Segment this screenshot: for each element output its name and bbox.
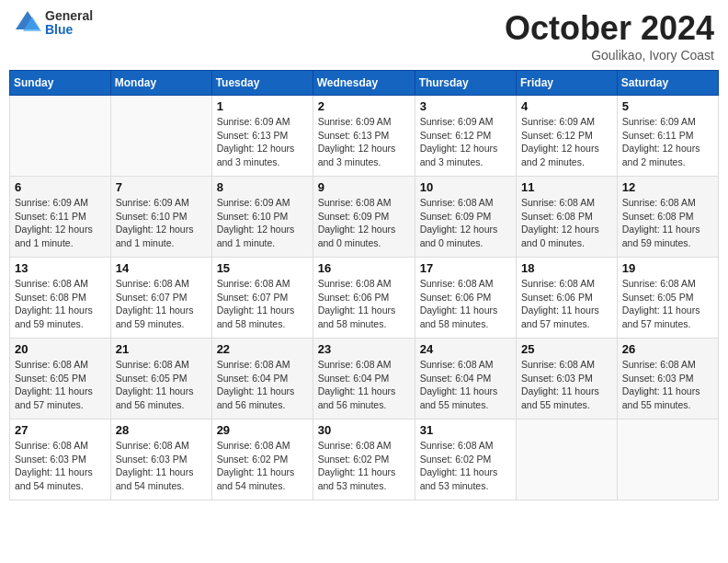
day-number: 5 bbox=[622, 99, 713, 113]
weekday-header-monday: Monday bbox=[110, 71, 211, 96]
day-number: 6 bbox=[15, 180, 106, 194]
calendar-cell: 13Sunrise: 6:08 AM Sunset: 6:08 PM Dayli… bbox=[10, 258, 111, 339]
logo-text: General Blue bbox=[45, 9, 93, 38]
title-block: October 2024 Goulikao, Ivory Coast bbox=[505, 9, 714, 63]
calendar-cell bbox=[617, 419, 718, 500]
day-number: 1 bbox=[217, 99, 308, 113]
day-number: 23 bbox=[318, 342, 410, 356]
calendar-cell: 3Sunrise: 6:09 AM Sunset: 6:12 PM Daylig… bbox=[415, 96, 516, 177]
weekday-header-row: SundayMondayTuesdayWednesdayThursdayFrid… bbox=[10, 71, 719, 96]
calendar-cell: 6Sunrise: 6:09 AM Sunset: 6:11 PM Daylig… bbox=[10, 177, 111, 258]
location: Goulikao, Ivory Coast bbox=[505, 48, 714, 63]
day-number: 29 bbox=[217, 423, 308, 437]
calendar-cell: 10Sunrise: 6:08 AM Sunset: 6:09 PM Dayli… bbox=[415, 177, 516, 258]
calendar-cell: 1Sunrise: 6:09 AM Sunset: 6:13 PM Daylig… bbox=[211, 96, 313, 177]
day-number: 2 bbox=[318, 99, 410, 113]
calendar-week-2: 6Sunrise: 6:09 AM Sunset: 6:11 PM Daylig… bbox=[10, 177, 719, 258]
calendar-cell: 7Sunrise: 6:09 AM Sunset: 6:10 PM Daylig… bbox=[110, 177, 211, 258]
day-number: 22 bbox=[217, 342, 308, 356]
logo-blue: Blue bbox=[45, 23, 93, 37]
cell-info: Sunrise: 6:08 AM Sunset: 6:06 PM Dayligh… bbox=[318, 277, 410, 331]
weekday-header-thursday: Thursday bbox=[415, 71, 516, 96]
cell-info: Sunrise: 6:09 AM Sunset: 6:13 PM Dayligh… bbox=[217, 115, 308, 169]
calendar-cell: 12Sunrise: 6:08 AM Sunset: 6:08 PM Dayli… bbox=[617, 177, 718, 258]
day-number: 10 bbox=[420, 180, 511, 194]
day-number: 3 bbox=[420, 99, 511, 113]
cell-info: Sunrise: 6:08 AM Sunset: 6:04 PM Dayligh… bbox=[217, 358, 308, 412]
calendar-cell bbox=[110, 96, 211, 177]
cell-info: Sunrise: 6:08 AM Sunset: 6:03 PM Dayligh… bbox=[622, 358, 713, 412]
cell-info: Sunrise: 6:08 AM Sunset: 6:05 PM Dayligh… bbox=[116, 358, 207, 412]
day-number: 14 bbox=[116, 261, 207, 275]
cell-info: Sunrise: 6:08 AM Sunset: 6:07 PM Dayligh… bbox=[217, 277, 308, 331]
cell-info: Sunrise: 6:08 AM Sunset: 6:04 PM Dayligh… bbox=[318, 358, 410, 412]
cell-info: Sunrise: 6:09 AM Sunset: 6:10 PM Dayligh… bbox=[217, 196, 308, 250]
cell-info: Sunrise: 6:08 AM Sunset: 6:07 PM Dayligh… bbox=[116, 277, 207, 331]
calendar-cell: 17Sunrise: 6:08 AM Sunset: 6:06 PM Dayli… bbox=[415, 258, 516, 339]
day-number: 20 bbox=[15, 342, 106, 356]
calendar-cell: 5Sunrise: 6:09 AM Sunset: 6:11 PM Daylig… bbox=[617, 96, 718, 177]
day-number: 18 bbox=[521, 261, 612, 275]
calendar-cell: 28Sunrise: 6:08 AM Sunset: 6:03 PM Dayli… bbox=[110, 419, 211, 500]
cell-info: Sunrise: 6:09 AM Sunset: 6:13 PM Dayligh… bbox=[318, 115, 410, 169]
calendar-cell: 18Sunrise: 6:08 AM Sunset: 6:06 PM Dayli… bbox=[517, 258, 618, 339]
day-number: 25 bbox=[521, 342, 612, 356]
day-number: 12 bbox=[622, 180, 713, 194]
calendar-cell: 9Sunrise: 6:08 AM Sunset: 6:09 PM Daylig… bbox=[313, 177, 415, 258]
month-title: October 2024 bbox=[505, 9, 714, 48]
calendar-cell: 22Sunrise: 6:08 AM Sunset: 6:04 PM Dayli… bbox=[211, 339, 313, 419]
calendar-cell: 16Sunrise: 6:08 AM Sunset: 6:06 PM Dayli… bbox=[313, 258, 415, 339]
calendar-cell: 29Sunrise: 6:08 AM Sunset: 6:02 PM Dayli… bbox=[211, 419, 313, 500]
cell-info: Sunrise: 6:08 AM Sunset: 6:09 PM Dayligh… bbox=[420, 196, 511, 250]
cell-info: Sunrise: 6:09 AM Sunset: 6:11 PM Dayligh… bbox=[15, 196, 106, 250]
cell-info: Sunrise: 6:08 AM Sunset: 6:02 PM Dayligh… bbox=[420, 439, 511, 493]
weekday-header-tuesday: Tuesday bbox=[211, 71, 313, 96]
day-number: 24 bbox=[420, 342, 511, 356]
day-number: 21 bbox=[116, 342, 207, 356]
cell-info: Sunrise: 6:08 AM Sunset: 6:06 PM Dayligh… bbox=[420, 277, 511, 331]
day-number: 8 bbox=[217, 180, 308, 194]
cell-info: Sunrise: 6:08 AM Sunset: 6:08 PM Dayligh… bbox=[622, 196, 713, 250]
calendar-table: SundayMondayTuesdayWednesdayThursdayFrid… bbox=[9, 70, 719, 500]
day-number: 13 bbox=[15, 261, 106, 275]
day-number: 26 bbox=[622, 342, 713, 356]
cell-info: Sunrise: 6:08 AM Sunset: 6:02 PM Dayligh… bbox=[217, 439, 308, 493]
calendar-cell: 2Sunrise: 6:09 AM Sunset: 6:13 PM Daylig… bbox=[313, 96, 415, 177]
calendar-cell: 20Sunrise: 6:08 AM Sunset: 6:05 PM Dayli… bbox=[10, 339, 111, 419]
cell-info: Sunrise: 6:09 AM Sunset: 6:12 PM Dayligh… bbox=[521, 115, 612, 169]
cell-info: Sunrise: 6:08 AM Sunset: 6:05 PM Dayligh… bbox=[622, 277, 713, 331]
day-number: 31 bbox=[420, 423, 511, 437]
logo: General Blue bbox=[14, 9, 93, 38]
day-number: 16 bbox=[318, 261, 410, 275]
day-number: 19 bbox=[622, 261, 713, 275]
weekday-header-saturday: Saturday bbox=[617, 71, 718, 96]
cell-info: Sunrise: 6:08 AM Sunset: 6:03 PM Dayligh… bbox=[521, 358, 612, 412]
day-number: 9 bbox=[318, 180, 410, 194]
weekday-header-sunday: Sunday bbox=[10, 71, 111, 96]
calendar-week-5: 27Sunrise: 6:08 AM Sunset: 6:03 PM Dayli… bbox=[10, 419, 719, 500]
weekday-header-wednesday: Wednesday bbox=[313, 71, 415, 96]
calendar-cell: 19Sunrise: 6:08 AM Sunset: 6:05 PM Dayli… bbox=[617, 258, 718, 339]
calendar-cell: 24Sunrise: 6:08 AM Sunset: 6:04 PM Dayli… bbox=[415, 339, 516, 419]
day-number: 17 bbox=[420, 261, 511, 275]
cell-info: Sunrise: 6:08 AM Sunset: 6:09 PM Dayligh… bbox=[318, 196, 410, 250]
cell-info: Sunrise: 6:08 AM Sunset: 6:03 PM Dayligh… bbox=[116, 439, 207, 493]
calendar-week-3: 13Sunrise: 6:08 AM Sunset: 6:08 PM Dayli… bbox=[10, 258, 719, 339]
weekday-header-friday: Friday bbox=[517, 71, 618, 96]
cell-info: Sunrise: 6:09 AM Sunset: 6:11 PM Dayligh… bbox=[622, 115, 713, 169]
day-number: 30 bbox=[318, 423, 410, 437]
cell-info: Sunrise: 6:08 AM Sunset: 6:08 PM Dayligh… bbox=[521, 196, 612, 250]
calendar-cell: 21Sunrise: 6:08 AM Sunset: 6:05 PM Dayli… bbox=[110, 339, 211, 419]
calendar-cell: 25Sunrise: 6:08 AM Sunset: 6:03 PM Dayli… bbox=[517, 339, 618, 419]
calendar-cell: 11Sunrise: 6:08 AM Sunset: 6:08 PM Dayli… bbox=[517, 177, 618, 258]
calendar-cell bbox=[10, 96, 111, 177]
calendar-week-1: 1Sunrise: 6:09 AM Sunset: 6:13 PM Daylig… bbox=[10, 96, 719, 177]
cell-info: Sunrise: 6:08 AM Sunset: 6:04 PM Dayligh… bbox=[420, 358, 511, 412]
logo-general: General bbox=[45, 9, 93, 23]
cell-info: Sunrise: 6:09 AM Sunset: 6:12 PM Dayligh… bbox=[420, 115, 511, 169]
cell-info: Sunrise: 6:08 AM Sunset: 6:03 PM Dayligh… bbox=[15, 439, 106, 493]
calendar-cell: 8Sunrise: 6:09 AM Sunset: 6:10 PM Daylig… bbox=[211, 177, 313, 258]
calendar-cell: 23Sunrise: 6:08 AM Sunset: 6:04 PM Dayli… bbox=[313, 339, 415, 419]
calendar-cell: 4Sunrise: 6:09 AM Sunset: 6:12 PM Daylig… bbox=[517, 96, 618, 177]
cell-info: Sunrise: 6:08 AM Sunset: 6:08 PM Dayligh… bbox=[15, 277, 106, 331]
